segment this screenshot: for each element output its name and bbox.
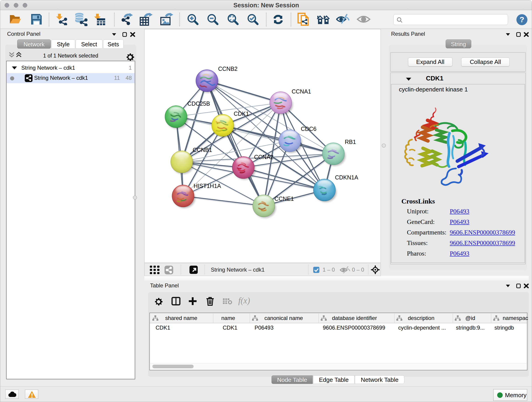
svg-text:CDC6: CDC6 <box>301 126 317 132</box>
svg-text:CCNE1: CCNE1 <box>274 196 294 202</box>
svg-text:RB1: RB1 <box>345 139 356 145</box>
svg-text:CCNB2: CCNB2 <box>218 65 238 72</box>
svg-text:CDC25B: CDC25B <box>187 100 210 107</box>
svg-text:HIST1H1A: HIST1H1A <box>194 183 221 189</box>
svg-text:CDKN1A: CDKN1A <box>335 174 358 181</box>
svg-text:CCNA2: CCNA2 <box>254 154 273 160</box>
svg-text:CCNA1: CCNA1 <box>292 88 311 95</box>
svg-text:?: ? <box>520 15 525 24</box>
svg-text:CCNB1: CCNB1 <box>193 147 212 153</box>
svg-text:CDK1: CDK1 <box>234 110 249 117</box>
